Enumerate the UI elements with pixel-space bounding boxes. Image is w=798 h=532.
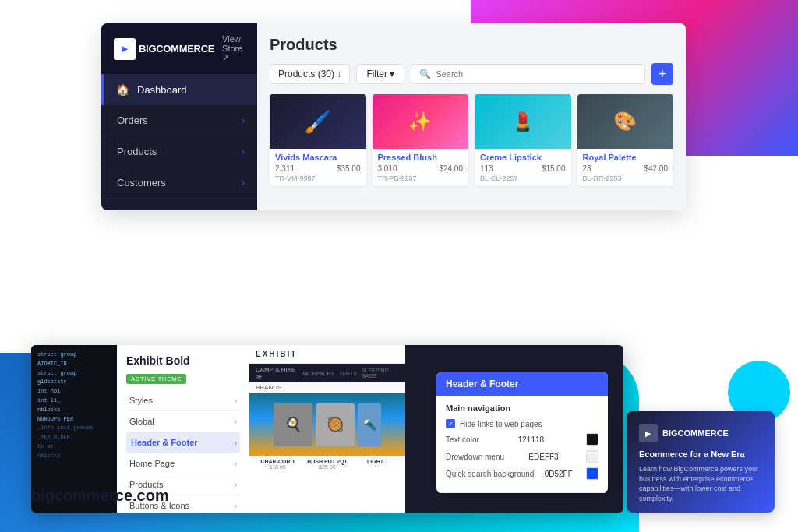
header-footer-modal: Header & Footer Main navigation ✓ Hide l… [436,372,608,493]
admin-sidebar: BIGCOMMERCE View Store ↗ 🏠 Dashboard Ord… [101,23,257,210]
sidebar-item-dashboard[interactable]: 🏠 Dashboard [101,74,257,105]
global-chevron-icon: › [235,417,237,426]
theme-nav-homepage[interactable]: Home Page › [126,453,240,474]
product-sku-mascara: TR-VM-9987 [275,174,361,182]
view-store-button[interactable]: View Store ↗ [222,34,245,63]
sidebar-item-orders[interactable]: Orders › [101,105,257,136]
quick-search-label: Quick search background [446,470,534,478]
products-label: Products [117,146,157,157]
hf-modal-title: Header & Footer [436,372,608,396]
product-sku-palette: BL-RR-2253 [583,174,669,182]
br-logo-text: BIGCOMMERCE [662,428,729,438]
product-stats-blush: 3,010 $24.00 [378,164,464,173]
styles-chevron-icon: › [235,396,237,405]
dropdown-color-swatch[interactable] [586,450,598,463]
product-card-palette: 🎨 Royal Palette 23 $42.00 BL-RR-2253 [577,94,674,186]
orders-chevron-icon: › [242,115,245,126]
text-color-value: 121118 [518,435,544,444]
quick-search-value: 0D52FF [545,470,573,478]
customers-chevron-icon: › [242,178,245,188]
dropdown-value: EDEFF3 [528,453,558,461]
product-sales-blush: 3,010 [378,164,397,173]
website-label: bigcommerce.com [31,487,169,505]
store-hero-image: 🍳 🥘 🔦 [249,393,405,456]
hf-modal-body: Main navigation ✓ Hide links to web page… [436,396,608,493]
homepage-chevron-icon: › [235,460,237,468]
product-image-palette: 🎨 [577,94,674,149]
product-card-lipstick: 💄 Creme Lipstick 113 $15.00 BL-CL-2257 [475,94,571,186]
product-info-blush: Pressed Blush 3,010 $24.00 TR-PB-9287 [373,149,469,186]
theme-nav-styles[interactable]: Styles › [126,390,240,411]
search-bar: 🔍 [411,64,645,84]
search-input[interactable] [436,69,637,79]
store-brand-name: EXHIBIT [249,345,405,364]
store-preview: EXHIBIT CAMP & HIKE ≫ BACKPACKS TENTS SL… [249,345,405,513]
buttons-chevron-icon: › [235,502,237,510]
hf-checkbox-row: ✓ Hide links to web pages [446,419,598,428]
logo-text: BIGCOMMERCE [139,43,214,55]
product-sku-blush: TR-PB-9287 [378,174,464,182]
br-logo: ▶ BIGCOMMERCE [639,424,762,442]
product-info-mascara: Vivids Mascara 2,311 $35.00 TR-VM-9987 [270,149,366,186]
product-name-blush[interactable]: Pressed Blush [378,153,464,162]
products-chevron-icon: › [242,146,245,157]
theme-nav-global[interactable]: Global › [126,411,240,432]
filter-button[interactable]: Filter ▾ [356,64,404,84]
product-info-lipstick: Creme Lipstick 113 $15.00 BL-CL-2257 [475,149,571,186]
sidebar-header: BIGCOMMERCE View Store ↗ [101,23,257,74]
product-card-mascara: 🖌️ Vivids Mascara 2,311 $35.00 TR-VM-998… [270,94,366,186]
sidebar-item-products[interactable]: Products › [101,136,257,167]
product-image-mascara: 🖌️ [270,94,366,149]
product-stats-palette: 23 $42.00 [583,164,669,173]
text-color-swatch[interactable] [586,433,598,446]
add-product-button[interactable]: + [651,63,673,85]
theme-nav-header-footer[interactable]: Header & Footer › [126,432,240,453]
sidebar-item-customers[interactable]: Customers › [101,167,257,199]
br-description: Learn how BigCommerce powers your busine… [639,464,762,503]
text-color-row: Text color 121118 [446,433,598,446]
product-sku-lipstick: BL-CL-2257 [480,174,566,182]
admin-main-content: Products Products (30) ↓ Filter ▾ 🔍 + 🖌️… [257,23,686,210]
hide-links-label: Hide links to web pages [460,420,598,428]
product-stats-mascara: 2,311 $35.00 [275,164,361,173]
admin-panel: BIGCOMMERCE View Store ↗ 🏠 Dashboard Ord… [101,23,686,210]
product-image-blush: ✨ [373,94,469,149]
page-title: Products [270,36,673,54]
products-count-button[interactable]: Products (30) ↓ [270,64,350,84]
product-card-blush: ✨ Pressed Blush 3,010 $24.00 TR-PB-9287 [373,94,469,186]
product-sales-lipstick: 113 [480,164,493,173]
quick-search-color-swatch[interactable] [586,467,598,480]
product-price-blush: $24.00 [439,164,463,173]
product-stats-lipstick: 113 $15.00 [480,164,566,173]
theme-badge: ACTIVE THEME [126,374,186,384]
product-info-palette: Royal Palette 23 $42.00 BL-RR-2253 [577,149,674,186]
dashboard-label: Dashboard [137,84,187,96]
logo-icon [114,38,136,60]
search-icon: 🔍 [419,69,431,79]
hf-section-title: Main navigation [446,403,598,413]
br-title: Ecommerce for a New Era [639,449,762,460]
br-logo-icon: ▶ [639,424,658,442]
product-sales-palette: 23 [583,164,591,173]
product-name-palette[interactable]: Royal Palette [583,153,669,162]
product-price-lipstick: $15.00 [542,164,566,173]
products-theme-chevron-icon: › [235,481,237,489]
theme-name: Exhibit Bold [126,354,240,367]
products-toolbar: Products (30) ↓ Filter ▾ 🔍 + [270,63,673,85]
hide-links-checkbox[interactable]: ✓ [446,419,455,428]
orders-label: Orders [117,115,148,126]
dashboard-icon: 🏠 [116,83,129,96]
customers-label: Customers [117,177,166,188]
product-name-mascara[interactable]: Vivids Mascara [275,153,361,162]
product-price-palette: $42.00 [644,164,668,173]
bigcommerce-logo: BIGCOMMERCE [114,38,214,60]
product-price-mascara: $35.00 [337,164,361,173]
product-image-lipstick: 💄 [475,94,571,149]
bottom-right-panel: ▶ BIGCOMMERCE Ecommerce for a New Era Le… [627,411,775,513]
text-color-label: Text color [446,435,479,444]
product-name-lipstick[interactable]: Creme Lipstick [480,153,566,162]
hf-chevron-icon: › [235,439,237,447]
product-sales-mascara: 2,311 [275,164,295,173]
dropdown-label: Drowdown menu [446,453,504,461]
products-grid: 🖌️ Vivids Mascara 2,311 $35.00 TR-VM-998… [270,94,673,186]
